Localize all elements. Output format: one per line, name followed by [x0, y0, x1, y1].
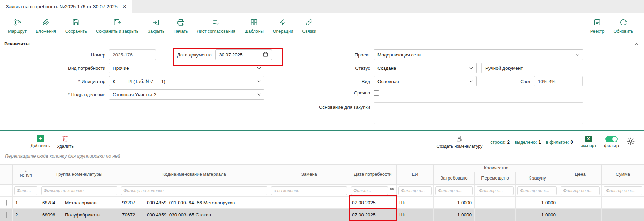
filter-ei-input[interactable]: [398, 186, 432, 195]
print-label: Печать: [174, 29, 188, 34]
form-row-number-date: Номер 2025-176 Дата документа 30.07.2025: [0, 49, 272, 60]
tab-close-icon[interactable]: ✕: [122, 4, 127, 9]
operations-button[interactable]: Операции: [268, 18, 298, 34]
save-close-icon: [113, 18, 121, 27]
department-label: * Подразделение: [0, 92, 109, 97]
filter-zatrebovano-input[interactable]: [435, 186, 473, 195]
document-tab[interactable]: Заявка на потребность №2025-176 от 30.07…: [0, 0, 132, 13]
filter-zamena-input[interactable]: [271, 186, 347, 195]
plus-icon: +: [37, 135, 44, 142]
templates-button[interactable]: Шаблоны: [240, 18, 268, 34]
number-label: Номер: [0, 52, 109, 58]
header-peremeshcheno[interactable]: Перемещено: [475, 172, 516, 185]
account-label: Счет: [477, 79, 534, 84]
table-row[interactable]: 1 68784 Металлорукав 93207 000.4859. 011…: [0, 197, 644, 209]
registry-button[interactable]: Реестр: [586, 18, 609, 34]
urgent-label: Срочно: [268, 90, 374, 96]
status-select[interactable]: Создана: [374, 63, 477, 73]
close-label: Закрыть: [148, 29, 164, 34]
account-field[interactable]: 10%,4%: [534, 76, 583, 86]
create-nomenclature-label: Создать номенклатуру: [436, 144, 482, 149]
department-select[interactable]: Столовая Участка 2: [109, 89, 264, 100]
filter-peremeshcheno-input[interactable]: [477, 186, 514, 195]
chain-link-icon: [305, 18, 313, 27]
calendar-icon[interactable]: [389, 188, 395, 194]
document-date-field[interactable]: 30.07.2025: [215, 49, 272, 60]
header-summa[interactable]: Сумма: [602, 165, 644, 185]
links-label: Связки: [302, 29, 316, 34]
table-row-selected[interactable]: 2 68096 Полуфабрикаты 70672 000.4859. 03…: [0, 209, 644, 221]
need-type-select[interactable]: Прочие: [109, 63, 264, 73]
row-checkbox[interactable]: [6, 212, 7, 218]
save-and-close-label: Сохранить и закрыть: [96, 29, 138, 34]
status-value: Создана: [377, 66, 396, 71]
gear-icon[interactable]: [627, 137, 635, 147]
create-nomenclature-button[interactable]: Создать номенклатуру: [436, 135, 482, 149]
save-button[interactable]: Сохранить: [61, 18, 91, 34]
header-npp[interactable]: ▲№ п/п: [13, 165, 39, 185]
filter-npp-input[interactable]: [14, 186, 37, 195]
form-row-department: * Подразделение Столовая Участка 2: [0, 89, 264, 100]
export-excel-button[interactable]: X экспорт: [581, 136, 596, 148]
route-button[interactable]: Маршрут: [3, 18, 31, 34]
toggle-switch[interactable]: [605, 136, 618, 142]
add-row-button[interactable]: + Добавить: [31, 135, 50, 149]
approval-sheet-button[interactable]: Лист согласования: [192, 18, 240, 34]
links-button[interactable]: Связки: [298, 18, 321, 34]
attachments-button[interactable]: Вложения: [31, 18, 61, 34]
cell-date: 02.08.2025: [349, 197, 397, 209]
section-title: Реквизиты: [4, 41, 30, 46]
collapse-section-icon[interactable]: [635, 43, 638, 47]
urgent-checkbox[interactable]: [374, 90, 379, 96]
row-checkbox[interactable]: [6, 200, 7, 206]
number-field[interactable]: 2025-176: [109, 49, 156, 60]
filter-group-input[interactable]: [41, 186, 117, 195]
filter-summa-input[interactable]: [604, 186, 642, 195]
route-label: Маршрут: [8, 29, 27, 34]
print-button[interactable]: Печать: [169, 18, 193, 34]
items-table: ▲№ п/п Группа номенклатуры Код/наименова…: [0, 164, 644, 221]
kind-select[interactable]: Основная: [374, 76, 477, 86]
filter-toggle-button[interactable]: фильтр: [604, 136, 619, 148]
header-material[interactable]: Код/наименование материала: [119, 165, 269, 185]
rows-count-label: строки:: [490, 139, 505, 145]
chevron-down-icon: [257, 92, 261, 96]
grid-icon: [250, 18, 258, 27]
select-all-cell: [0, 185, 13, 197]
header-ei[interactable]: ЕИ: [397, 165, 434, 185]
save-and-close-button[interactable]: Сохранить и закрыть: [91, 18, 143, 34]
filter-k-zakupu-input[interactable]: [517, 186, 557, 195]
close-button[interactable]: Закрыть: [143, 18, 169, 34]
chevron-down-icon: [257, 66, 261, 69]
purchase-reason-textarea[interactable]: [374, 102, 583, 124]
registry-icon: [593, 18, 601, 27]
document-date-value: 30.07.2025: [219, 52, 243, 58]
cell-group-code: 68784: [39, 197, 62, 209]
form-row-kind: Вид Основная Счет 10%,4%: [268, 76, 583, 86]
refresh-button[interactable]: Обновить: [609, 18, 638, 34]
header-date[interactable]: Дата потребности: [349, 165, 397, 185]
save-label: Сохранить: [65, 29, 87, 34]
header-cena[interactable]: Цена: [559, 165, 602, 185]
project-label: Проект: [268, 52, 374, 58]
refresh-label: Обновить: [613, 29, 633, 34]
calendar-icon[interactable]: [263, 52, 268, 58]
filter-cena-input[interactable]: [561, 186, 600, 195]
filter-material-input[interactable]: [121, 186, 267, 195]
header-group[interactable]: Группа номенклатуры: [39, 165, 119, 185]
cell-material-code: 93207: [119, 197, 144, 209]
cell-summa: [602, 197, 644, 209]
header-checkbox-column: [0, 165, 13, 185]
cell-group-code: 68096: [39, 209, 62, 221]
project-select[interactable]: Модернизация сети: [374, 49, 583, 60]
approval-sheet-label: Лист согласования: [197, 29, 235, 34]
document-tab-title: Заявка на потребность №2025-176 от 30.07…: [6, 4, 118, 9]
header-zamena[interactable]: Замена: [269, 165, 349, 185]
header-zatrebovano[interactable]: Затребовано: [434, 172, 475, 185]
initiator-select[interactable]: К Р. (Таб. №7 1): [109, 76, 264, 86]
cell-peremeshcheno: [475, 197, 516, 209]
header-k-zakupu[interactable]: К закупу: [516, 172, 559, 185]
delete-row-button[interactable]: Удалить: [57, 135, 74, 149]
filter-date-input[interactable]: [351, 186, 388, 195]
manual-document-field[interactable]: Ручной документ: [481, 63, 583, 73]
